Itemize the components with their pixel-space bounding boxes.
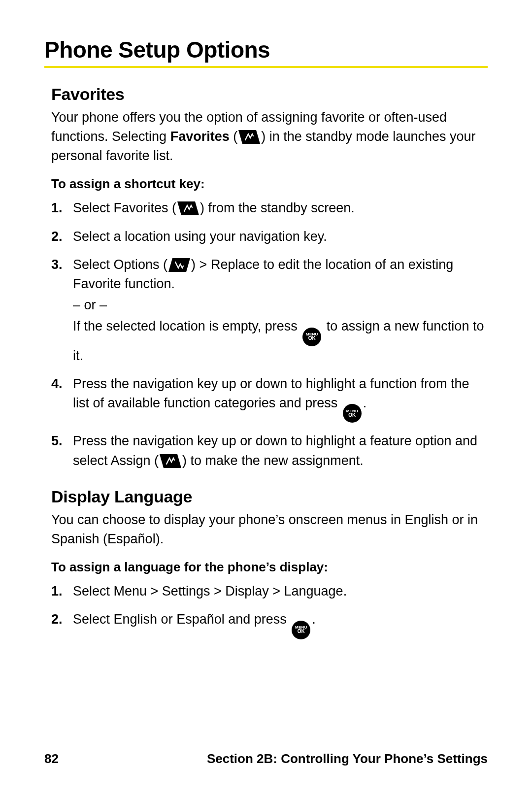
page-title: Phone Setup Options (44, 36, 488, 68)
options-word: Options (114, 257, 160, 272)
text: and press (225, 612, 291, 627)
step: Press the navigation key up or down to h… (51, 432, 488, 470)
favorites-softkey-icon (160, 454, 181, 468)
menu-path: Menu > Settings > Display > Language (114, 584, 343, 598)
ok-label: OK (308, 336, 316, 341)
step: Select a location using your navigation … (51, 227, 488, 246)
favorites-word: Favorites (114, 200, 168, 215)
text: Press the navigation key up or down to h… (73, 376, 469, 410)
step: Select Favorites () from the standby scr… (51, 199, 488, 218)
text: ( (151, 453, 159, 468)
text: ) from the standby screen. (200, 200, 355, 215)
favorites-subhead: To assign a shortcut key: (51, 176, 488, 192)
menu-ok-icon: MENUOK (343, 404, 362, 423)
favorites-steps: Select Favorites () from the standby scr… (51, 199, 488, 470)
text: Select (73, 200, 114, 215)
text: If the selected location is empty, press (73, 319, 301, 333)
text: ( (230, 129, 238, 144)
text: . (343, 584, 347, 598)
text: ( (168, 200, 177, 215)
or-separator: – or – (73, 296, 488, 315)
replace-word: > Replace (200, 257, 260, 272)
manual-page: Phone Setup Options Favorites Your phone… (0, 0, 532, 798)
favorites-softkey-icon (238, 130, 260, 144)
espanol-word: Español (176, 612, 225, 627)
page-number: 82 (44, 751, 59, 766)
text: Select (73, 612, 114, 627)
step: Select English or Español and press MENU… (51, 610, 488, 639)
text: Select (73, 257, 114, 272)
favorites-heading: Favorites (51, 85, 488, 104)
english-word: English (114, 612, 158, 627)
step: Select Options () > Replace to edit the … (51, 255, 488, 366)
display-language-heading: Display Language (51, 487, 488, 506)
assign-word: Assign (111, 453, 151, 468)
menu-ok-icon: MENUOK (292, 621, 310, 639)
ok-label: OK (298, 629, 305, 634)
text: Select (73, 584, 114, 598)
display-language-steps: Select Menu > Settings > Display > Langu… (51, 582, 488, 639)
display-language-intro: You can choose to display your phone’s o… (51, 510, 488, 549)
ok-label: OK (348, 413, 356, 418)
text: ) (191, 257, 200, 272)
text: . (363, 396, 367, 410)
favorites-softkey-icon (177, 201, 199, 215)
display-language-subhead: To assign a language for the phone’s dis… (51, 560, 488, 575)
favorites-word: Favorites (170, 129, 230, 144)
options-softkey-icon (168, 258, 190, 272)
step: Select Menu > Settings > Display > Langu… (51, 582, 488, 601)
favorites-intro: Your phone offers you the option of assi… (51, 108, 488, 166)
text: Select a location using your navigation … (73, 229, 327, 244)
text: or (157, 612, 176, 627)
section-label: Section 2B: Controlling Your Phone’s Set… (207, 751, 488, 766)
step: Press the navigation key up or down to h… (51, 374, 488, 423)
text: . (312, 612, 316, 627)
text: ( (160, 257, 168, 272)
text: ) to make the new assignment. (182, 453, 364, 468)
page-footer: 82 Section 2B: Controlling Your Phone’s … (0, 751, 532, 766)
menu-ok-icon: MENUOK (302, 328, 321, 346)
